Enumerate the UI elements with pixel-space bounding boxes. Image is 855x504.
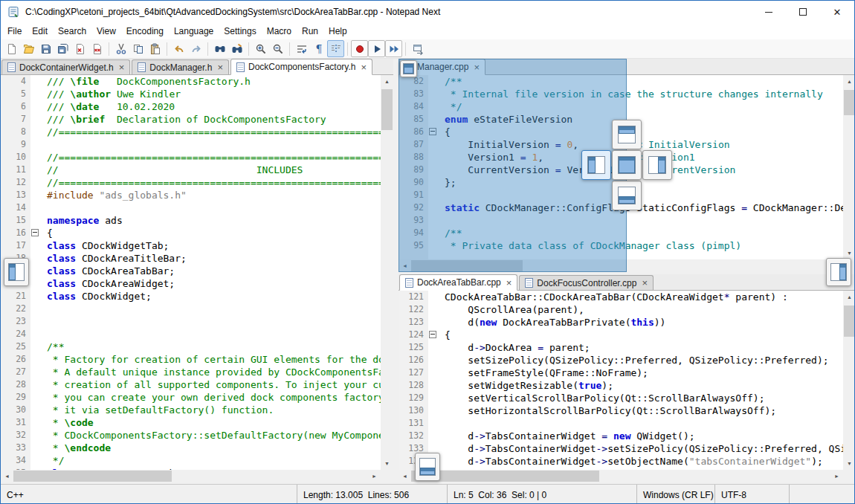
- paste-button[interactable]: [146, 40, 164, 57]
- line-number: 29: [1, 391, 30, 404]
- bottomRight-editor-surface[interactable]: 121CDockAreaTabBar::CDockAreaTabBar(CDoc…: [399, 291, 843, 470]
- code-line: // INCLUDES: [41, 164, 303, 176]
- drop-area-center-indicator[interactable]: [612, 150, 642, 180]
- indent-guide-button[interactable]: [327, 40, 344, 57]
- tab-DockComponentsFactory.h[interactable]: DockComponentsFactory.h×: [230, 59, 372, 75]
- titlebar-stripe: [589, 158, 595, 161]
- tab-DockFocusController.cpp[interactable]: DockFocusController.cpp×: [519, 275, 654, 290]
- show-all-characters-button[interactable]: ¶: [310, 40, 327, 57]
- bottomRight-horizontal-scrollbar[interactable]: ◄►: [399, 470, 843, 482]
- topRight-vertical-scrollbar[interactable]: ▲▼: [843, 75, 855, 259]
- scroll-down-icon[interactable]: ▼: [381, 457, 393, 470]
- status-eol[interactable]: Windows (CR LF): [636, 485, 714, 504]
- minimize-button[interactable]: [752, 1, 786, 23]
- save-file-button[interactable]: [37, 40, 54, 57]
- fold-margin: [30, 164, 41, 176]
- drop-area-right-indicator[interactable]: [642, 150, 672, 180]
- fold-margin: [428, 404, 439, 417]
- tab-close-icon[interactable]: ×: [361, 62, 367, 72]
- drop-area-left-indicator[interactable]: [581, 150, 611, 180]
- line-number: 25: [1, 340, 30, 353]
- code-row: 8//=====================================…: [1, 126, 381, 138]
- vertical-scroll-thumb[interactable]: [844, 90, 855, 115]
- left-vertical-scrollbar[interactable]: ▲▼: [381, 75, 393, 470]
- menu-view[interactable]: View: [91, 23, 121, 39]
- maximize-button[interactable]: [786, 1, 820, 23]
- titlebar-stripe: [404, 65, 413, 68]
- code-line: * creation of all supported components. …: [41, 378, 381, 391]
- vertical-scroll-thumb[interactable]: [844, 306, 855, 337]
- open-file-button[interactable]: [20, 40, 37, 57]
- menu-macro[interactable]: Macro: [262, 23, 297, 39]
- menu-help[interactable]: Help: [323, 23, 352, 39]
- line-number: 6: [1, 100, 30, 113]
- redo-button[interactable]: [187, 40, 204, 57]
- status-language[interactable]: C++: [1, 485, 297, 504]
- menu-settings[interactable]: Settings: [219, 23, 261, 39]
- menubar: FileEditSearchViewEncodingLanguageSettin…: [1, 23, 854, 39]
- menu-file[interactable]: File: [2, 23, 27, 39]
- edge-bottom-indicator[interactable]: [415, 453, 440, 481]
- drop-tab-indicator[interactable]: [400, 60, 417, 77]
- find-button[interactable]: [211, 40, 228, 57]
- fold-marker[interactable]: [30, 227, 41, 239]
- launch-external-button[interactable]: [409, 40, 426, 57]
- window-title: C:\CodingXP\cetoni_projects_64bit\QtAdva…: [25, 7, 752, 17]
- fold-margin: [428, 316, 439, 329]
- save-all-button[interactable]: [54, 40, 71, 57]
- scroll-up-icon[interactable]: ▲: [843, 75, 855, 88]
- drop-area-bottom-indicator[interactable]: [612, 181, 642, 210]
- code-row: 20class CDockAreaWidget;: [1, 277, 381, 290]
- scroll-left-icon[interactable]: ◄: [1, 470, 13, 482]
- fold-marker[interactable]: [428, 329, 439, 341]
- fold-margin: [428, 291, 439, 303]
- menu-edit[interactable]: Edit: [27, 23, 53, 39]
- menu-encoding[interactable]: Encoding: [121, 23, 169, 39]
- tab-DockManager.h[interactable]: DockManager.h×: [132, 59, 229, 74]
- vertical-splitter[interactable]: [393, 59, 399, 482]
- tab-DockAreaTabBar.cpp[interactable]: DockAreaTabBar.cpp×: [399, 274, 517, 291]
- undo-button[interactable]: [170, 40, 187, 57]
- bottomRight-vertical-scrollbar[interactable]: ▲▼: [843, 291, 855, 470]
- drop-area-top-indicator[interactable]: [612, 120, 642, 149]
- scroll-up-icon[interactable]: ▲: [843, 291, 855, 303]
- tab-close-icon[interactable]: ×: [506, 278, 512, 288]
- status-encoding[interactable]: UTF-8: [714, 485, 789, 504]
- macro-record-button[interactable]: [351, 40, 368, 57]
- file-icon: [236, 62, 245, 72]
- scroll-right-icon[interactable]: ►: [368, 470, 381, 482]
- tab-close-icon[interactable]: ×: [642, 278, 648, 288]
- new-file-button[interactable]: [3, 40, 20, 57]
- menu-language[interactable]: Language: [169, 23, 219, 39]
- close-file-button[interactable]: [71, 40, 88, 57]
- zoom-out-button[interactable]: [269, 40, 286, 57]
- left-editor-surface[interactable]: 4/// \file DockComponentsFactory.h5/// \…: [1, 75, 381, 470]
- tab-close-icon[interactable]: ×: [119, 62, 125, 72]
- line-number: 121: [399, 291, 428, 303]
- tab-DockContainerWidget.h[interactable]: DockContainerWidget.h×: [1, 59, 130, 74]
- menu-run[interactable]: Run: [297, 23, 323, 39]
- word-wrap-icon: [296, 43, 308, 55]
- scroll-down-icon[interactable]: ▼: [843, 457, 855, 470]
- zoom-in-button[interactable]: [252, 40, 269, 57]
- replace-button[interactable]: [228, 40, 245, 57]
- macro-run-button[interactable]: [385, 40, 402, 57]
- vertical-scroll-thumb[interactable]: [381, 89, 393, 130]
- macro-play-button[interactable]: [368, 40, 385, 57]
- tab-close-icon[interactable]: ×: [217, 62, 223, 72]
- close-button[interactable]: ✕: [820, 1, 854, 23]
- code-line: d->TabsContainerWidget->setSizePolicy(QS…: [439, 442, 843, 455]
- close-all-button[interactable]: [88, 40, 106, 57]
- left-horizontal-scrollbar[interactable]: ◄►: [1, 470, 381, 482]
- scroll-right-icon[interactable]: ►: [830, 470, 843, 482]
- horizontal-scroll-thumb[interactable]: [13, 471, 172, 482]
- menu-search[interactable]: Search: [53, 23, 91, 39]
- copy-button[interactable]: [129, 40, 146, 57]
- macro-run-icon: [388, 43, 400, 55]
- edge-right-indicator[interactable]: [826, 258, 851, 286]
- edge-left-indicator[interactable]: [4, 258, 29, 286]
- scroll-up-icon[interactable]: ▲: [381, 75, 393, 88]
- scroll-left-icon[interactable]: ◄: [399, 470, 411, 482]
- cut-button[interactable]: [112, 40, 129, 57]
- word-wrap-button[interactable]: [293, 40, 310, 57]
